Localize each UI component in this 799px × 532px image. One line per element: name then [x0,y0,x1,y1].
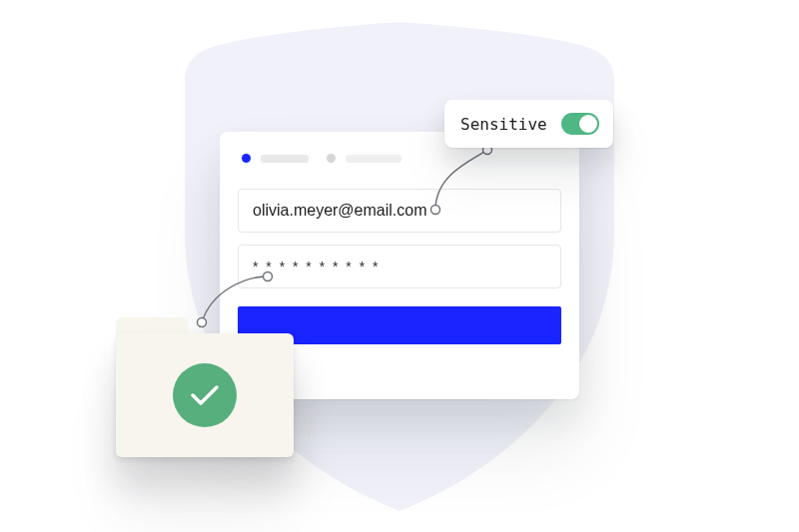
sensitive-badge: Sensitive [444,100,613,148]
toggle-on-icon[interactable] [561,113,599,135]
tab-placeholder-bar [346,155,401,163]
password-mask: * * * * * * * * * * [253,259,381,274]
check-circle-icon [173,363,237,427]
tab-placeholder-bar [261,155,309,163]
tab-inactive[interactable] [327,154,401,163]
tab-active[interactable] [242,154,309,163]
email-value: olivia.meyer@email.com [253,202,427,220]
tab-dot-active [242,154,251,163]
secure-folder-icon [116,317,294,457]
sensitive-label: Sensitive [460,115,547,134]
tab-dot-inactive [327,154,336,163]
password-field[interactable]: * * * * * * * * * * [238,245,561,288]
email-field[interactable]: olivia.meyer@email.com [238,189,561,233]
card-tabs [238,150,561,177]
